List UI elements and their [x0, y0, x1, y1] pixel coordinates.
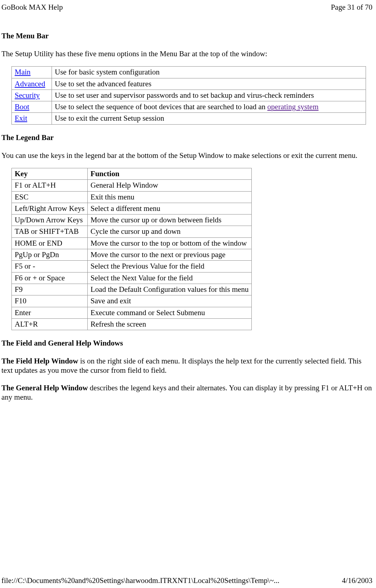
- bold-field-help: The Field Help Window: [1, 357, 78, 365]
- cell-key: F9: [12, 284, 88, 295]
- page-indicator: Page 31 of 70: [331, 3, 372, 12]
- table-row: F1 or ALT+HGeneral Help Window: [12, 180, 252, 191]
- cell-func: Execute command or Select Submenu: [87, 307, 251, 318]
- table-row: Left/Right Arrow KeysSelect a different …: [12, 203, 252, 214]
- cell-desc: Use for basic system configuration: [52, 67, 366, 78]
- table-row: EnterExecute command or Select Submenu: [12, 307, 252, 318]
- table-row: F9Load the Default Configuration values …: [12, 284, 252, 295]
- cell-func: Move the cursor to the top or bottom of …: [87, 237, 251, 249]
- table-row: Main Use for basic system configuration: [12, 67, 366, 78]
- cell-func: Move the cursor up or down between field…: [87, 215, 251, 226]
- table-row: ALT+RRefresh the screen: [12, 318, 252, 330]
- link-operating-system[interactable]: operating system: [267, 102, 319, 111]
- cell-func: Exit this menu: [87, 191, 251, 203]
- cell-key: F1 or ALT+H: [12, 180, 88, 191]
- table-row: HOME or ENDMove the cursor to the top or…: [12, 237, 252, 249]
- cell-key: F10: [12, 295, 88, 307]
- cell-func: Select the Next Value for the field: [87, 272, 251, 284]
- cell-key: Left/Right Arrow Keys: [12, 203, 88, 214]
- link-boot[interactable]: Boot: [15, 102, 29, 111]
- link-advanced[interactable]: Advanced: [15, 79, 45, 88]
- table-row: TAB or SHIFT+TABCycle the cursor up and …: [12, 226, 252, 237]
- header-function: Function: [87, 168, 251, 179]
- cell-key: HOME or END: [12, 237, 88, 249]
- cell-desc: Use to set user and supervisor passwords…: [52, 90, 366, 101]
- intro-menu-bar: The Setup Utility has these five menu op…: [1, 49, 372, 58]
- cell-key: ESC: [12, 191, 88, 203]
- table-row: Boot Use to select the sequence of boot …: [12, 101, 366, 113]
- link-exit[interactable]: Exit: [15, 114, 27, 122]
- legend-bar-table: Key Function F1 or ALT+HGeneral Help Win…: [11, 168, 252, 330]
- heading-help-windows: The Field and General Help Windows: [1, 339, 372, 348]
- table-row: F5 or -Select the Previous Value for the…: [12, 261, 252, 272]
- table-row: Exit Use to exit the current Setup sessi…: [12, 113, 366, 124]
- cell-key: Up/Down Arrow Keys: [12, 215, 88, 226]
- link-main[interactable]: Main: [15, 68, 30, 76]
- cell-func: Select a different menu: [87, 203, 251, 214]
- heading-legend-bar: The Legend Bar: [1, 133, 372, 142]
- cell-func: Refresh the screen: [87, 318, 251, 330]
- table-row: F10Save and exit: [12, 295, 252, 307]
- cell-desc: Use to set the advanced features: [52, 78, 366, 90]
- cell-desc: Use to exit the current Setup session: [52, 113, 366, 124]
- cell-func: Select the Previous Value for the field: [87, 261, 251, 272]
- table-row: Advanced Use to set the advanced feature…: [12, 78, 366, 90]
- cell-func: Move the cursor to the next or previous …: [87, 249, 251, 261]
- intro-legend-bar: You can use the keys in the legend bar a…: [1, 151, 372, 160]
- cell-key: PgUp or PgDn: [12, 249, 88, 261]
- footer-date: 4/16/2003: [342, 576, 372, 585]
- cell-key: Enter: [12, 307, 88, 318]
- paragraph-general-help: The General Help Window describes the le…: [1, 383, 372, 402]
- cell-key: F6 or + or Space: [12, 272, 88, 284]
- cell-func: Save and exit: [87, 295, 251, 307]
- link-security[interactable]: Security: [15, 91, 40, 100]
- header-title: GoBook MAX Help: [1, 3, 63, 12]
- page-content: The Menu Bar The Setup Utility has these…: [1, 32, 372, 410]
- table-row: Security Use to set user and supervisor …: [12, 90, 366, 101]
- cell-key: TAB or SHIFT+TAB: [12, 226, 88, 237]
- menu-bar-table: Main Use for basic system configuration …: [11, 66, 366, 124]
- footer-path: file://C:\Documents%20and%20Settings\har…: [1, 576, 279, 585]
- cell-func: General Help Window: [87, 180, 251, 191]
- paragraph-field-help: The Field Help Window is on the right si…: [1, 356, 372, 375]
- cell-desc: Use to select the sequence of boot devic…: [52, 101, 366, 113]
- table-header-row: Key Function: [12, 168, 252, 179]
- table-row: PgUp or PgDnMove the cursor to the next …: [12, 249, 252, 261]
- bold-general-help: The General Help Window: [1, 384, 88, 392]
- heading-menu-bar: The Menu Bar: [1, 32, 372, 40]
- cell-key: ALT+R: [12, 318, 88, 330]
- cell-key: F5 or -: [12, 261, 88, 272]
- table-row: ESCExit this menu: [12, 191, 252, 203]
- header-key: Key: [12, 168, 88, 179]
- table-row: Up/Down Arrow KeysMove the cursor up or …: [12, 215, 252, 226]
- cell-desc-text: Use to select the sequence of boot devic…: [55, 102, 267, 111]
- cell-func: Cycle the cursor up and down: [87, 226, 251, 237]
- table-row: F6 or + or SpaceSelect the Next Value fo…: [12, 272, 252, 284]
- cell-func: Load the Default Configuration values fo…: [87, 284, 251, 295]
